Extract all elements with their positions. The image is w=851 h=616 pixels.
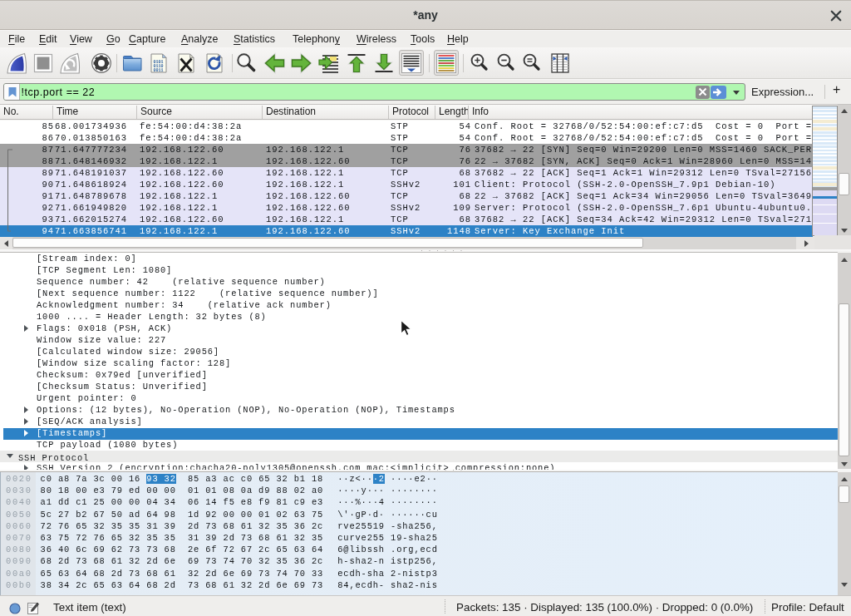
svg-text:0011: 0011 — [154, 68, 164, 73]
